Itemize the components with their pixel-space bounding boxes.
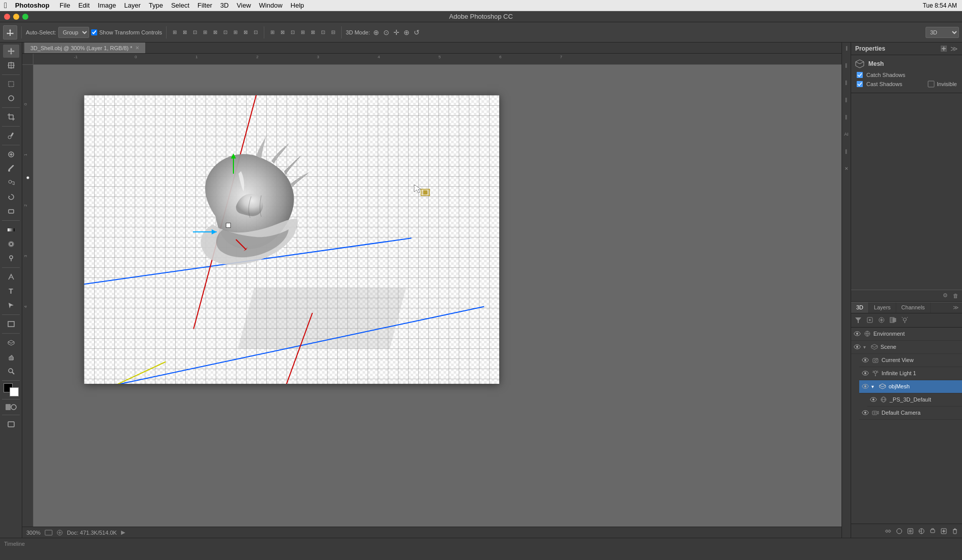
menu-layer[interactable]: Layer <box>120 2 145 9</box>
panel-tab-arrow[interactable]: ≫ <box>950 302 962 313</box>
document-canvas[interactable] <box>84 95 499 384</box>
align-mid-right[interactable]: ⊡ <box>221 29 229 36</box>
layer-item-environment[interactable]: Environment <box>851 328 962 341</box>
layer-item-scene[interactable]: ▾ Scene <box>851 341 962 354</box>
menu-edit[interactable]: Edit <box>74 2 94 9</box>
layer-light-btn[interactable] <box>900 315 910 325</box>
eyedropper-tool[interactable] <box>3 129 19 142</box>
dist-3[interactable]: ⊡ <box>289 29 297 36</box>
y-axis-handle[interactable] <box>228 153 238 180</box>
center-handle[interactable] <box>226 223 231 228</box>
3d-rotate-icon[interactable]: ⊕ <box>372 29 380 36</box>
move-tool-active[interactable] <box>3 25 17 39</box>
canvas-viewport[interactable] <box>33 65 841 527</box>
layer-vis-light[interactable] <box>861 369 869 377</box>
scene-expand-arrow[interactable]: ▾ <box>863 344 868 350</box>
footer-group-btn[interactable] <box>928 526 938 536</box>
layer-vis-camera[interactable] <box>861 409 869 417</box>
tab-3d[interactable]: 3D <box>851 302 869 313</box>
text-tool[interactable]: T <box>3 285 19 298</box>
objmesh-expand-arrow[interactable]: ▾ <box>871 384 876 389</box>
blur-tool[interactable] <box>3 237 19 251</box>
3d-roll-icon[interactable]: ↺ <box>413 29 421 36</box>
align-mid-left[interactable]: ⊞ <box>201 29 209 36</box>
z-axis-handle[interactable] <box>233 237 249 254</box>
show-transform-checkbox[interactable] <box>91 29 97 35</box>
layer-vis-current-view[interactable] <box>861 356 869 364</box>
dist-1[interactable]: ⊞ <box>268 29 276 36</box>
menu-photoshop[interactable]: Photoshop <box>11 2 54 9</box>
layer-item-light[interactable]: Infinite Light 1 <box>859 367 962 380</box>
layer-item-objmesh[interactable]: ▾ objMesh <box>859 380 962 393</box>
align-top-right[interactable]: ⊡ <box>191 29 199 36</box>
menu-file[interactable]: File <box>56 2 74 9</box>
menu-window[interactable]: Window <box>255 2 287 9</box>
clone-stamp-tool[interactable] <box>3 176 19 189</box>
layer-item-camera[interactable]: Default Camera <box>859 407 962 420</box>
lasso-tool[interactable] <box>3 92 19 105</box>
dist-7[interactable]: ⊟ <box>329 29 337 36</box>
menu-3d[interactable]: 3D <box>216 2 233 9</box>
brush-tool[interactable] <box>3 162 19 175</box>
layer-vis-default-mat[interactable] <box>869 395 877 404</box>
layer-filter-btn[interactable] <box>853 315 863 325</box>
color-swatches[interactable] <box>4 383 19 396</box>
path-select-tool[interactable] <box>3 299 19 312</box>
background-color[interactable] <box>10 387 19 396</box>
quick-mask-btn[interactable] <box>4 402 19 412</box>
auto-select-dropdown[interactable]: Group Layer <box>58 27 89 38</box>
panel-icon-settings[interactable]: ⚙ <box>941 291 950 300</box>
layer-vis-environment[interactable] <box>853 330 861 338</box>
collapse-strip-ai[interactable]: AI <box>843 131 850 138</box>
screen-mode-btn[interactable] <box>3 418 19 431</box>
dist-2[interactable]: ⊠ <box>278 29 287 36</box>
panel-icon-trash[interactable]: 🗑 <box>951 291 960 300</box>
collapse-strip-7[interactable]: ✕ <box>843 165 850 172</box>
x-axis-handle[interactable] <box>190 227 221 238</box>
menu-select[interactable]: Select <box>167 2 193 9</box>
pen-tool[interactable] <box>3 270 19 284</box>
3d-slide-icon[interactable]: ⊕ <box>403 29 411 36</box>
collapse-strip-6[interactable]: ‖ <box>843 148 850 155</box>
move-tool[interactable] <box>3 45 19 58</box>
align-bot-center[interactable]: ⊠ <box>242 29 250 36</box>
document-tab[interactable]: 3D_Shell.obj @ 300% (Layer 1, RGB/8) * ✕ <box>24 43 146 53</box>
gradient-tool[interactable] <box>3 223 19 236</box>
properties-add-btn[interactable] <box>940 45 948 53</box>
align-mid-center[interactable]: ⊠ <box>211 29 219 36</box>
apple-menu[interactable]:  <box>4 1 7 10</box>
footer-link-btn[interactable] <box>883 526 893 536</box>
dist-6[interactable]: ⊡ <box>319 29 327 36</box>
crop-tool[interactable] <box>3 110 19 124</box>
align-top-center[interactable]: ⊠ <box>181 29 189 36</box>
eraser-tool[interactable] <box>3 205 19 218</box>
align-top-left[interactable]: ⊞ <box>171 29 179 36</box>
history-brush-tool[interactable] <box>3 190 19 204</box>
footer-mask-btn[interactable] <box>905 526 915 536</box>
layer-new-layer-btn[interactable] <box>865 315 875 325</box>
tab-channels[interactable]: Channels <box>896 302 930 313</box>
menu-image[interactable]: Image <box>94 2 120 9</box>
minimize-button[interactable] <box>13 14 19 20</box>
footer-delete-btn[interactable] <box>950 526 960 536</box>
layer-vis-scene[interactable] <box>853 343 861 351</box>
zoom-tool[interactable] <box>3 365 19 378</box>
3d-scale-icon[interactable]: ✛ <box>392 29 400 36</box>
footer-style-btn[interactable] <box>894 526 904 536</box>
close-button[interactable] <box>4 14 10 20</box>
layer-mask-btn[interactable] <box>888 315 898 325</box>
menu-help[interactable]: Help <box>287 2 308 9</box>
menu-filter[interactable]: Filter <box>193 2 216 9</box>
spot-heal-tool[interactable] <box>3 148 19 161</box>
align-bot-right[interactable]: ⊡ <box>252 29 260 36</box>
mode-select-dropdown[interactable]: 3D Normal <box>926 27 959 38</box>
collapse-strip-1[interactable]: ‖ <box>843 45 850 52</box>
layer-item-current-view[interactable]: Current View <box>859 354 962 367</box>
marquee-tool[interactable] <box>3 77 19 91</box>
align-bot-left[interactable]: ⊞ <box>231 29 239 36</box>
dodge-tool[interactable] <box>3 252 19 265</box>
hand-tool[interactable] <box>3 350 19 364</box>
collapse-strip-2[interactable]: ‖ <box>843 62 850 69</box>
footer-adj-btn[interactable] <box>916 526 927 536</box>
maximize-button[interactable] <box>22 14 28 20</box>
